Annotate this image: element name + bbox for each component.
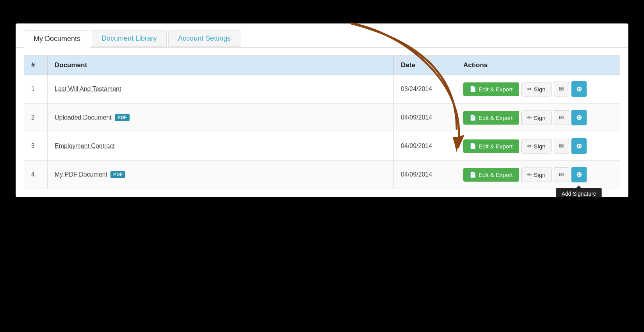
cell-document: Uploaded DocumentPDF xyxy=(48,104,394,132)
sign-button[interactable]: ✏Sign xyxy=(521,82,551,96)
cell-actions: 📄Edit & Export✏Sign✉⊕ xyxy=(456,75,620,104)
main-container: My Documents Document Library Account Se… xyxy=(16,23,628,197)
pen-icon: ✏ xyxy=(527,86,532,92)
pen-icon: ✏ xyxy=(527,143,532,149)
documents-table-wrapper: # Document Date Actions 1Last Will And T… xyxy=(16,48,628,197)
tab-my-documents[interactable]: My Documents xyxy=(24,30,90,48)
tab-document-library[interactable]: Document Library xyxy=(92,30,167,47)
cell-document: Employment Contract xyxy=(48,132,394,161)
mail-button[interactable]: ✉ xyxy=(554,82,569,96)
document-icon: 📄 xyxy=(470,86,476,92)
sign-button[interactable]: ✏Sign xyxy=(521,111,551,125)
edit-export-label: Edit & Export xyxy=(479,143,513,150)
cell-date: 04/09/2014 xyxy=(394,132,456,161)
pdf-badge: PDF xyxy=(115,114,130,121)
sign-button[interactable]: ✏Sign xyxy=(521,168,551,182)
cell-num: 4 xyxy=(24,161,48,189)
pdf-badge: PDF xyxy=(110,171,125,178)
col-header-date: Date xyxy=(394,56,456,75)
document-icon: 📄 xyxy=(470,143,476,149)
add-signature-button[interactable]: ⊕ xyxy=(571,138,587,154)
cell-date: 04/09/2014 xyxy=(394,161,456,189)
pen-icon: ✏ xyxy=(527,114,532,121)
tab-account-settings[interactable]: Account Settings xyxy=(168,30,240,47)
mail-button[interactable]: ✉ xyxy=(554,139,569,154)
add-signature-container: ⊕ xyxy=(571,138,587,154)
add-signature-button[interactable]: ⊕ xyxy=(571,167,587,182)
tab-bar: My Documents Document Library Account Se… xyxy=(16,24,628,48)
plus-icon: ⊕ xyxy=(576,142,582,150)
table-row: 3Employment Contract04/09/2014📄Edit & Ex… xyxy=(24,132,620,161)
plus-icon: ⊕ xyxy=(576,114,582,121)
edit-export-label: Edit & Export xyxy=(479,171,513,178)
table-row: 2Uploaded DocumentPDF04/09/2014📄Edit & E… xyxy=(24,104,620,132)
mail-icon: ✉ xyxy=(559,171,564,178)
sign-button[interactable]: ✏Sign xyxy=(521,139,551,154)
edit-export-button[interactable]: 📄Edit & Export xyxy=(463,82,519,96)
table-row: 4My PDF DocumentPDF04/09/2014📄Edit & Exp… xyxy=(24,161,620,189)
sign-label: Sign xyxy=(534,86,546,93)
add-signature-container: ⊕Add Signature xyxy=(571,167,587,182)
sign-label: Sign xyxy=(534,114,546,121)
sign-label: Sign xyxy=(534,143,546,150)
cell-actions: 📄Edit & Export✏Sign✉⊕ xyxy=(456,132,620,161)
document-icon: 📄 xyxy=(470,171,476,178)
document-name[interactable]: Uploaded Document xyxy=(55,114,112,121)
col-header-num: # xyxy=(24,56,48,75)
edit-export-button[interactable]: 📄Edit & Export xyxy=(463,139,519,153)
document-icon: 📄 xyxy=(470,114,476,121)
mail-button[interactable]: ✉ xyxy=(554,167,569,182)
edit-export-button[interactable]: 📄Edit & Export xyxy=(463,111,519,125)
mail-button[interactable]: ✉ xyxy=(554,110,569,125)
plus-icon: ⊕ xyxy=(576,85,582,93)
cell-num: 3 xyxy=(24,132,48,161)
document-name[interactable]: Employment Contract xyxy=(55,143,115,149)
documents-table: # Document Date Actions 1Last Will And T… xyxy=(24,55,620,189)
add-signature-container: ⊕ xyxy=(571,110,587,125)
cell-date: 03/24/2014 xyxy=(394,75,456,104)
cell-actions: 📄Edit & Export✏Sign✉⊕ xyxy=(456,104,620,132)
mail-icon: ✉ xyxy=(559,86,564,92)
add-signature-container: ⊕ xyxy=(571,81,587,97)
document-name[interactable]: Last Will And Testament xyxy=(55,86,121,92)
edit-export-label: Edit & Export xyxy=(479,114,513,121)
mail-icon: ✉ xyxy=(559,114,564,121)
cell-num: 1 xyxy=(24,75,48,104)
cell-document: Last Will And Testament xyxy=(48,75,394,104)
edit-export-button[interactable]: 📄Edit & Export xyxy=(463,168,519,182)
cell-actions: 📄Edit & Export✏Sign✉⊕Add Signature xyxy=(456,161,620,189)
plus-icon: ⊕ xyxy=(576,171,582,178)
document-name[interactable]: My PDF Document xyxy=(55,171,107,178)
table-row: 1Last Will And Testament03/24/2014📄Edit … xyxy=(24,75,620,104)
edit-export-label: Edit & Export xyxy=(479,86,513,93)
col-header-actions: Actions xyxy=(456,56,620,75)
pen-icon: ✏ xyxy=(527,171,532,178)
cell-date: 04/09/2014 xyxy=(394,104,456,132)
cell-document: My PDF DocumentPDF xyxy=(48,161,394,189)
add-signature-button[interactable]: ⊕ xyxy=(571,110,587,125)
add-signature-button[interactable]: ⊕ xyxy=(571,81,587,97)
add-signature-tooltip: Add Signature xyxy=(556,188,602,197)
table-header-row: # Document Date Actions xyxy=(24,56,620,75)
cell-num: 2 xyxy=(24,104,48,132)
mail-icon: ✉ xyxy=(559,143,564,149)
col-header-document: Document xyxy=(48,56,394,75)
sign-label: Sign xyxy=(534,171,546,178)
